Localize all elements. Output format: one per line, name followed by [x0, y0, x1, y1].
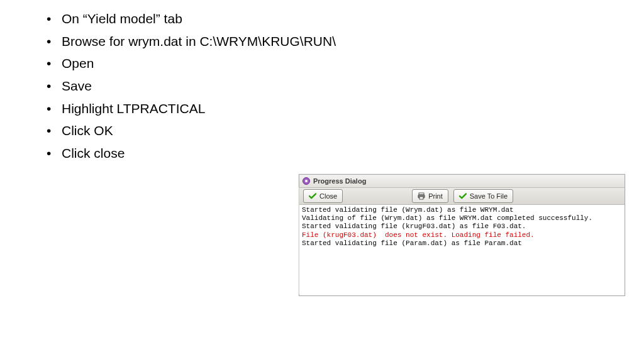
dialog-titlebar[interactable]: Progress Dialog	[299, 175, 625, 188]
save-button-label: Save To File	[470, 192, 508, 200]
progress-dialog: Progress Dialog Close Print	[299, 174, 625, 296]
log-line: Started validating file (Wrym.dat) as fi…	[302, 206, 622, 214]
check-icon	[459, 192, 467, 200]
dialog-title: Progress Dialog	[313, 177, 366, 185]
print-button[interactable]: Print	[412, 189, 448, 203]
log-line: Validating of file (Wrym.dat) as file WR…	[302, 214, 622, 222]
log-line: Started validating file (krugF03.dat) as…	[302, 222, 622, 231]
check-icon	[309, 192, 316, 200]
instruction-item: Save	[44, 75, 336, 97]
save-to-file-button[interactable]: Save To File	[453, 189, 513, 203]
log-panel[interactable]: Started validating file (Wrym.dat) as fi…	[299, 205, 625, 295]
instruction-item: Click OK	[44, 119, 336, 142]
instruction-item: Click close	[44, 142, 336, 165]
instruction-item: Open	[44, 52, 336, 75]
dialog-toolbar: Close Print Save To File	[299, 188, 625, 205]
close-button[interactable]: Close	[303, 189, 343, 203]
instruction-list: On “Yield model” tab Browse for wrym.dat…	[44, 8, 336, 165]
log-line: File (krugF03.dat) does not exist. Loadi…	[302, 231, 622, 239]
instruction-item: Browse for wrym.dat in C:\WRYM\KRUG\RUN\	[44, 30, 336, 53]
print-button-label: Print	[428, 192, 443, 200]
log-line: Started validating file (Param.dat) as f…	[302, 239, 622, 248]
instruction-item: Highlight LTPRACTICAL	[44, 97, 336, 120]
printer-icon	[418, 192, 425, 200]
svg-point-1	[305, 180, 308, 182]
divider	[299, 187, 299, 294]
instruction-item: On “Yield model” tab	[44, 8, 336, 30]
close-button-label: Close	[319, 192, 337, 200]
svg-rect-4	[419, 197, 423, 199]
app-icon	[302, 177, 311, 185]
